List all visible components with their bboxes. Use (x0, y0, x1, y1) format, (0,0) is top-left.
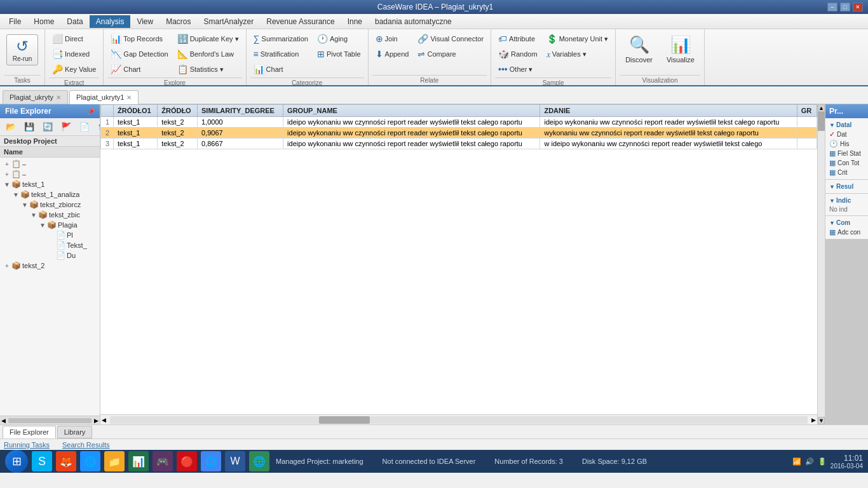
tree-item-tekst1[interactable]: ▼ 📦 tekst_1 (0, 179, 100, 189)
taskbar-icon-chrome[interactable]: 🌐 (201, 451, 221, 471)
running-tasks-link[interactable]: Running Tasks (4, 441, 50, 449)
tree-item-dash2[interactable]: + 📋 – (0, 169, 100, 179)
menu-data[interactable]: Data (60, 15, 89, 28)
compare-button[interactable]: ⇌ Compare (414, 47, 487, 61)
taskbar-icon-idea[interactable]: 🌐 (249, 451, 269, 471)
monetary-unit-button[interactable]: 💲 Monetary Unit ▾ (543, 32, 612, 46)
clock[interactable]: 11:01 2016-03-04 (831, 454, 863, 470)
col-zrodlo1[interactable]: ŹRÓDŁO1 (114, 105, 158, 117)
pivot-table-button[interactable]: ⊞ Pivot Table (314, 47, 364, 61)
taskbar-icon-outlook[interactable]: 🦊 (56, 451, 76, 471)
tab-plagiat-ukryty[interactable]: Plagiat_ukryty ✕ (3, 90, 68, 104)
menu-view[interactable]: View (130, 15, 159, 28)
vscroll-up-btn[interactable]: ▲ (818, 104, 825, 112)
rp-item-his[interactable]: 🕐 His (828, 139, 865, 149)
join-button[interactable]: ⊕ Join (372, 32, 412, 46)
col-zdanie[interactable]: ZDANIE (540, 105, 797, 117)
duplicate-key-button[interactable]: 🔢 Duplicate Key ▾ (174, 32, 242, 46)
append-button[interactable]: ⬇ Append (372, 47, 412, 61)
close-button[interactable]: ✕ (853, 3, 863, 11)
tree-scroll-bar[interactable]: ◀ ▶ (0, 416, 100, 424)
menu-home[interactable]: Home (27, 15, 60, 28)
other-button[interactable]: ••• Other ▾ (495, 62, 541, 76)
fe-btn-refresh[interactable]: 🔄 (39, 120, 56, 133)
hscroll-right-btn[interactable]: ▶ (810, 417, 817, 423)
random-button[interactable]: 🎲 Random (495, 47, 541, 61)
menu-macros[interactable]: Macros (159, 15, 197, 28)
hscroll-track[interactable] (110, 416, 808, 424)
menu-analysis[interactable]: Analysis (90, 15, 131, 28)
statistics-button[interactable]: 📋 Statistics ▾ (174, 62, 242, 76)
col-similarity[interactable]: SIMILARITY_DEGREE (198, 105, 283, 117)
rp-item-dat[interactable]: ✓ Dat (828, 130, 865, 139)
summarization-button[interactable]: ∑ Summarization (250, 32, 311, 46)
tree-item-plagia[interactable]: ▼ 📦 Plagia (0, 220, 100, 230)
tree-item-zbic[interactable]: ▼ 📦 tekst_zbic (0, 210, 100, 220)
rp-item-con[interactable]: ▦ Con Tot (828, 158, 865, 168)
start-button[interactable]: ⊞ (5, 450, 28, 473)
key-value-button[interactable]: 🔑 Key Value (49, 62, 99, 76)
top-records-button[interactable]: 📊 Top Records (107, 32, 171, 46)
chart-button-explore[interactable]: 📈 Chart (107, 62, 171, 76)
rp-section-result-header[interactable]: ▼ Resul (828, 182, 865, 191)
benfords-law-button[interactable]: 📐 Benford's Law (174, 47, 242, 61)
col-rownum[interactable] (101, 105, 114, 117)
fe-btn-new[interactable]: 📄 (76, 120, 93, 133)
rp-section-indic-header[interactable]: ▼ Indic (828, 196, 865, 205)
hscroll-left-btn[interactable]: ◀ (100, 417, 107, 423)
menu-file[interactable]: File (3, 15, 27, 28)
tree-item-du[interactable]: 📄 Du (0, 250, 100, 261)
menu-revenue[interactable]: Revenue Assurance (260, 15, 341, 28)
table-row[interactable]: 3 tekst_1 tekst_2 0,8667 ideipo wykonani… (101, 139, 817, 149)
minimize-button[interactable]: – (827, 3, 837, 11)
tree-item-tekst1-analiza[interactable]: ▼ 📦 tekst_1_analiza (0, 189, 100, 200)
menu-inne[interactable]: Inne (341, 15, 369, 28)
rp-item-crit[interactable]: ▦ Crit (828, 168, 865, 177)
scroll-right-icon[interactable]: ▶ (94, 417, 98, 424)
taskbar-icon-excel[interactable]: 📊 (128, 451, 149, 471)
tree-item-pl[interactable]: 📄 Pl (0, 230, 100, 240)
col-zrodlo[interactable]: ŹRÓDŁO (158, 105, 198, 117)
table-row[interactable]: 1 tekst_1 tekst_2 1,0000 ideipo wykonani… (101, 117, 817, 128)
taskbar-icon-ie[interactable]: 🌐 (80, 451, 100, 471)
menu-smartanalyzer[interactable]: SmartAnalyzer (198, 15, 261, 28)
direct-button[interactable]: ⬜ Direct (49, 32, 99, 46)
col-group-name[interactable]: GROUP_NAME (283, 105, 540, 117)
menu-badania[interactable]: badania automatyczne (369, 15, 458, 28)
fe-btn-save[interactable]: 💾 (21, 120, 37, 133)
taskbar-icon-game[interactable]: 🎮 (153, 451, 173, 471)
rp-section-data-header[interactable]: ▼ Datal (828, 120, 865, 130)
taskbar-icon-explorer[interactable]: 📁 (104, 451, 125, 471)
chart-button-cat[interactable]: 📊 Chart (250, 62, 311, 76)
discover-button[interactable]: 🔍 Discover (620, 32, 658, 67)
grid-container[interactable]: ŹRÓDŁO1 ŹRÓDŁO SIMILARITY_DEGREE GROUP_N… (100, 104, 817, 414)
scroll-left-icon[interactable]: ◀ (1, 417, 6, 424)
col-gr[interactable]: GR (797, 105, 817, 117)
indexed-button[interactable]: 📑 Indexed (49, 47, 99, 61)
search-results-link[interactable]: Search Results (62, 441, 110, 449)
maximize-button[interactable]: □ (840, 3, 850, 11)
vscroll-down-btn[interactable]: ▼ (818, 417, 825, 424)
rp-section-com-header[interactable]: ▼ Com (828, 218, 865, 227)
horizontal-scrollbar[interactable]: ◀ ▶ (100, 414, 817, 424)
rerun-button[interactable]: ↺ Re-run (6, 34, 38, 65)
vertical-scrollbar[interactable]: ▲ ▼ (817, 104, 825, 424)
attribute-button[interactable]: 🏷 Attribute (495, 32, 541, 46)
vscroll-thumb[interactable] (818, 112, 825, 131)
aging-button[interactable]: 🕐 Aging (314, 32, 364, 46)
visualize-button[interactable]: 📊 Visualize (661, 32, 700, 67)
gap-detection-button[interactable]: 📉 Gap Detection (107, 47, 171, 61)
taskbar-icon-skype[interactable]: S (32, 451, 52, 471)
table-row[interactable]: 2 tekst_1 tekst_2 0,9067 ideipo wykonani… (101, 128, 817, 139)
stratification-button[interactable]: ≡ Stratification (250, 47, 311, 61)
tree-item-tekst[interactable]: 📄 Tekst_ (0, 240, 100, 250)
tree-item-zbiorcz[interactable]: ▼ 📦 tekst_zbiorcz (0, 200, 100, 210)
taskbar-icon-opera[interactable]: 🔴 (177, 451, 197, 471)
tab-file-explorer[interactable]: File Explorer (3, 426, 56, 438)
tree-item-tekst2[interactable]: + 📦 tekst_2 (0, 261, 100, 271)
taskbar-icon-word[interactable]: W (225, 451, 245, 471)
rp-item-adc[interactable]: ▦ Adc con (828, 227, 865, 237)
close-tab-2[interactable]: ✕ (126, 94, 132, 101)
close-tab-1[interactable]: ✕ (56, 94, 61, 101)
tree-item-dash1[interactable]: + 📋 – (0, 159, 100, 169)
